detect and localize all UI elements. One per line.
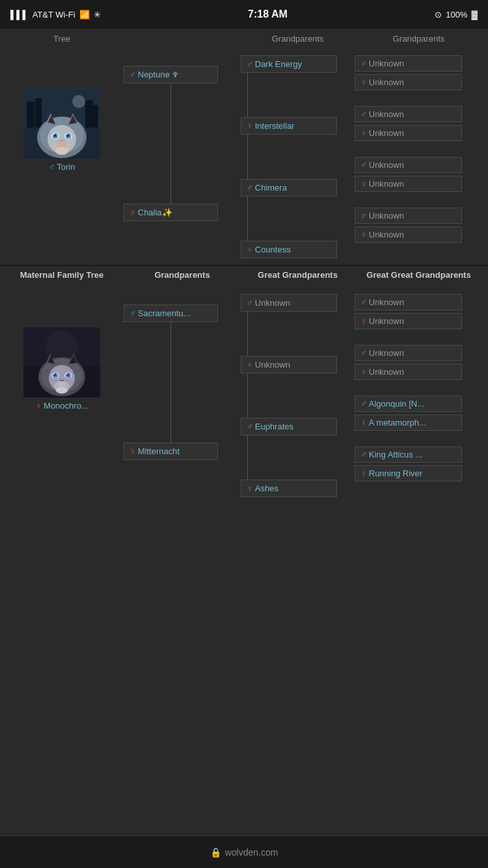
torin-wolf-svg (23, 88, 100, 159)
mat-gp-vline-1 (247, 312, 248, 356)
parent-vline-1 (170, 83, 171, 204)
activity-icon: ✳ (94, 10, 101, 20)
interstellar-name: Interstellar (255, 121, 295, 131)
neptune-suffix: ♆ (172, 70, 179, 79)
mat-col1-header: Grandparents (124, 270, 241, 281)
ggp-7-box: ♂ Unknown (355, 208, 462, 224)
mat-gp2-name: Unknown (255, 360, 290, 370)
ashes-box[interactable]: ♀ Ashes (241, 480, 337, 497)
ggp-1-box: ♂ Unknown (355, 55, 462, 72)
mat-gp1-name: Unknown (255, 298, 290, 308)
mat-ggp-2-box: ♀ Unknown (355, 313, 462, 329)
torin-name-label[interactable]: ♂Torin (49, 162, 75, 172)
svg-point-45 (51, 372, 60, 379)
mat-ggp1-gender-icon: ♂ (360, 297, 367, 307)
svg-point-48 (66, 373, 68, 375)
ashes-gender-icon: ♀ (247, 483, 253, 493)
mat-col2-header: Great Grandparents (241, 270, 355, 281)
mat-ggp2-name: Unknown (369, 316, 404, 326)
col-header-gp2: Grandparents (241, 34, 355, 44)
mat-ggp-5-box[interactable]: ♂ Algonquin [N... (355, 396, 462, 412)
svg-rect-5 (92, 105, 98, 128)
gp-vline-1 (247, 73, 248, 117)
ggp3-gender-icon: ♂ (360, 109, 367, 119)
maternal-parents-col: ♂ Sacramentu... ♀ Mitternacht (124, 292, 241, 497)
mat-ggp-4-box: ♀ Unknown (355, 364, 462, 380)
signal-bars: ▌▌▌ (10, 10, 29, 20)
ggp1-name: Unknown (369, 59, 404, 68)
mitternacht-name: Mitternacht (138, 446, 180, 456)
mat-ggp-7-box[interactable]: ♂ King Atticus ... (355, 446, 462, 463)
ashes-name: Ashes (255, 483, 278, 493)
mitternacht-box[interactable]: ♀ Mitternacht (124, 442, 218, 460)
mat-ggp4-name: Unknown (369, 367, 404, 377)
countess-gender-icon: ♀ (247, 245, 253, 254)
mat-ggp1-name: Unknown (369, 297, 404, 307)
chalia-name: Chalia (138, 208, 162, 217)
mat-ggp-8-box[interactable]: ♀ Running River (355, 465, 462, 481)
ggp-2-box: ♀ Unknown (355, 74, 462, 90)
monochro-name-label[interactable]: ♀Monochro... (35, 401, 88, 411)
neptune-name: Neptune (138, 70, 170, 79)
gp-vline-3 (247, 197, 248, 241)
mat-ggp-6-box[interactable]: ♀ A metamorph... (355, 414, 462, 431)
ggp1-gender-icon: ♂ (360, 59, 367, 68)
sacramento-box[interactable]: ♂ Sacramentu... (124, 305, 218, 322)
dark-energy-box[interactable]: ♂ Dark Energy (241, 55, 337, 73)
domain-label: wolvden.com (225, 847, 278, 858)
sacramento-gender-icon: ♂ (129, 308, 136, 318)
neptune-box[interactable]: ♂ Neptune ♆ (124, 66, 218, 83)
scroll-area[interactable]: Tree Grandparents Grandparents (0, 29, 488, 835)
neptune-gender-icon: ♂ (129, 70, 136, 79)
de-gender-icon: ♂ (247, 59, 253, 69)
status-right: ⊙ 100% ▓ (435, 10, 478, 20)
svg-point-51 (57, 381, 66, 387)
torin-gender-icon: ♂ (49, 162, 55, 172)
mat-ggp2-gender-icon: ♀ (360, 316, 367, 326)
svg-rect-3 (35, 98, 42, 128)
ggp-3-box: ♂ Unknown (355, 106, 462, 122)
ggp2-gender-icon: ♀ (360, 77, 367, 87)
ggp6-name: Unknown (369, 179, 404, 189)
ggp4-gender-icon: ♀ (360, 128, 367, 138)
time-display: 7:18 AM (248, 8, 288, 20)
mat-gp2-box: ♀ Unknown (241, 356, 337, 373)
mat-parent-vline (170, 322, 171, 442)
mat-ggp6-gender-icon: ♀ (360, 418, 367, 427)
maternal-section-headers: Maternal Family Tree Grandparents Great … (0, 265, 488, 285)
chalia-box[interactable]: ♀ Chalia ✨ (124, 204, 218, 221)
mat-ggp5-name: Algonquin [N... (369, 399, 424, 409)
dark-energy-name: Dark Energy (255, 59, 302, 69)
monochro-avatar[interactable] (23, 327, 100, 398)
ggp-4-box: ♀ Unknown (355, 125, 462, 141)
mat-ggp6-name: A metamorph... (369, 418, 426, 427)
chimera-box[interactable]: ♂ Chimera (241, 179, 337, 197)
countess-box[interactable]: ♀ Countess (241, 241, 337, 258)
torin-avatar[interactable] (23, 88, 100, 159)
mat-ggp4-gender-icon: ♀ (360, 367, 367, 377)
mat-ggp5-gender-icon: ♂ (360, 399, 367, 409)
svg-point-26 (55, 147, 68, 155)
chalia-container: ♀ Chalia ✨ (124, 204, 218, 221)
lock-icon: 🔒 (210, 847, 221, 858)
mat-ggp8-name: Running River (369, 468, 422, 478)
mat-ggp-1-box: ♂ Unknown (355, 294, 462, 310)
mat-ggp8-gender-icon: ♀ (360, 468, 367, 478)
mat-gp1-gender-icon: ♂ (247, 298, 253, 308)
interstellar-gender-icon: ♀ (247, 121, 253, 131)
monochro-name: Monochro... (44, 401, 88, 411)
neptune-container: ♂ Neptune ♆ (124, 66, 218, 83)
mat-col3-header: Great Great Grandparents (355, 270, 483, 281)
sacramento-container: ♂ Sacramentu... (124, 305, 218, 322)
sacramento-name: Sacramentu... (138, 308, 191, 318)
euphrates-box[interactable]: ♂ Euphrates (241, 418, 337, 435)
interstellar-box[interactable]: ♀ Interstellar (241, 117, 337, 135)
status-left: ▌▌▌ AT&T Wi-Fi 📶 ✳ (10, 10, 101, 20)
carrier-label: AT&T Wi-Fi (33, 10, 75, 20)
ggp-8-box: ♀ Unknown (355, 226, 462, 243)
chimera-gender-icon: ♂ (247, 183, 253, 193)
svg-rect-2 (27, 102, 34, 128)
page-content: Tree Grandparents Grandparents (0, 29, 488, 543)
chalia-sparkle: ✨ (162, 208, 172, 217)
maternal-tree: ♀Monochro... ♂ Sacramentu... ♀ Mitternac… (0, 285, 488, 504)
